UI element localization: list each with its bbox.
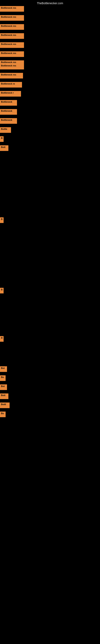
- bottleneck-label-1: Bottleneck res: [0, 6, 24, 12]
- bottleneck-label-18: B: [0, 217, 3, 223]
- bottleneck-label-16: B: [0, 136, 3, 142]
- bottleneck-label-3: Bottleneck res: [0, 24, 24, 30]
- bottleneck-label-24: Bott: [0, 394, 8, 399]
- site-title: TheBottlenecker.com: [37, 2, 63, 5]
- bottleneck-label-6: Bottleneck res: [0, 51, 24, 57]
- bottleneck-label-22: Bo: [0, 375, 6, 381]
- bottleneck-label-13: Bottleneck: [0, 109, 17, 115]
- bottleneck-label-26: Bo: [0, 412, 6, 417]
- bottleneck-label-12: Bottleneck: [0, 100, 17, 106]
- bottleneck-label-17: Bott: [0, 145, 8, 151]
- bottleneck-label-5: Bottleneck res: [0, 42, 24, 48]
- bottleneck-label-15: Bottle: [0, 127, 11, 133]
- bottleneck-label-23: Bot: [0, 384, 7, 390]
- bottleneck-label-25: Bottl: [0, 402, 10, 408]
- bottleneck-label-9: Bottleneck res: [0, 73, 23, 78]
- bottleneck-label-11: Bottleneck r: [0, 91, 21, 96]
- bottleneck-label-10: Bottleneck re: [0, 82, 22, 88]
- bottleneck-label-8: Bottleneck res: [0, 64, 24, 70]
- bottleneck-label-4: Bottleneck res: [0, 33, 24, 39]
- bottleneck-label-14: Bottleneck: [0, 118, 17, 124]
- bottleneck-label-21: Bot: [0, 366, 7, 372]
- bottleneck-label-2: Bottleneck res: [0, 15, 24, 21]
- bottleneck-label-20: R: [0, 336, 3, 342]
- bottleneck-label-19: B: [0, 288, 3, 294]
